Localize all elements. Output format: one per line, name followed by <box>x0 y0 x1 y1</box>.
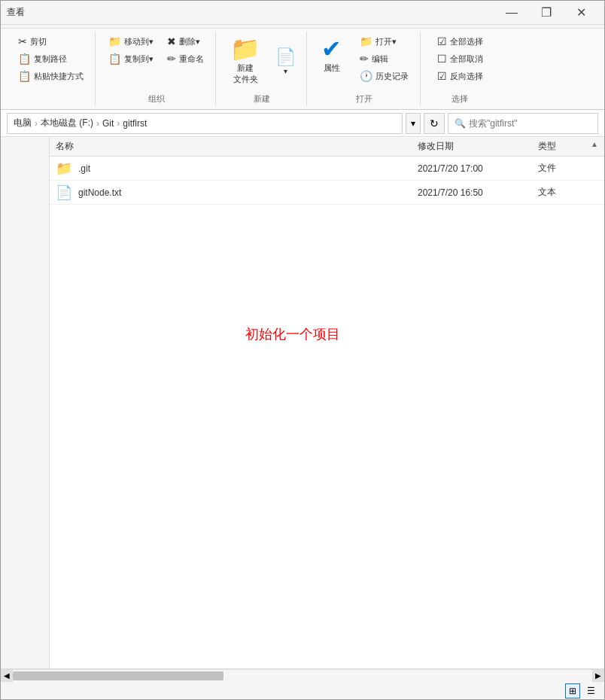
new-folder-icon: 📁 <box>230 37 260 61</box>
rename-button[interactable]: ✏ 重命名 <box>162 50 209 67</box>
sort-arrow-icon: ▲ <box>591 140 598 148</box>
invert-icon: ☑ <box>437 70 447 82</box>
scroll-track[interactable] <box>13 670 592 682</box>
address-bar: 电脑 › 本地磁盘 (F:) › Git › gitfirst ▾ ↻ 🔍 <box>1 110 604 137</box>
history-button[interactable]: 🕐 历史记录 <box>354 68 414 84</box>
copy-to-button[interactable]: 📋 复制到▾ <box>103 50 159 67</box>
new-item-button[interactable]: 📄 ▾ <box>270 44 300 79</box>
select-all-icon: ☑ <box>437 35 447 47</box>
path-sep-2: › <box>96 118 99 129</box>
delete-button[interactable]: ✖ 删除▾ <box>162 33 209 50</box>
status-bar: ⊞ ☰ <box>1 681 604 699</box>
file-area: ▲ 名称 修改日期 类型 📁 .git 2021/7/20 17:00 文件 📄… <box>1 137 604 668</box>
copy-path-button[interactable]: 📋 复制路径 <box>13 50 72 67</box>
refresh-button[interactable]: ↻ <box>424 113 445 134</box>
scroll-left-arrow[interactable]: ◀ <box>1 670 13 682</box>
move-icon: 📁 <box>108 35 121 47</box>
new-item-arrow: ▾ <box>284 67 287 75</box>
file-row[interactable]: 📄 gitNode.txt 2021/7/20 16:50 文本 <box>50 181 604 205</box>
organize-buttons: 📁 移动到▾ 📋 复制到▾ ✖ 删除▾ <box>103 33 209 89</box>
invert-label: 反向选择 <box>450 71 483 82</box>
delete-label: 删除▾ <box>179 36 200 47</box>
col-type-header[interactable]: 类型 <box>538 140 598 153</box>
new-buttons: 📁 新建文件夹 📄 ▾ <box>223 33 300 89</box>
ribbon-group-open: ✔ 属性 📁 打开▾ ✏ 编辑 🕐 <box>309 32 421 106</box>
copy-label: 复制到▾ <box>124 53 154 65</box>
properties-icon: ✔ <box>321 37 342 61</box>
ribbon-group-select: ☑ 全部选择 ☐ 全部取消 ☑ 反向选择 选择 <box>422 32 497 106</box>
file-date: 2021/7/20 16:50 <box>418 187 538 198</box>
window-title: 查看 <box>7 6 25 19</box>
open-label: 打开▾ <box>375 36 397 47</box>
new-group-label: 新建 <box>254 90 270 105</box>
file-name: gitNode.txt <box>78 187 418 198</box>
column-header: ▲ 名称 修改日期 类型 <box>50 137 604 157</box>
open-btn[interactable]: 📁 打开▾ <box>354 33 414 50</box>
file-type: 文本 <box>538 186 598 199</box>
col-name-header[interactable]: 名称 <box>56 140 418 153</box>
edit-button[interactable]: ✏ 编辑 <box>354 50 414 67</box>
file-row[interactable]: 📁 .git 2021/7/20 17:00 文件 <box>50 157 604 181</box>
path-sep-1: › <box>35 118 38 129</box>
ribbon-group-organize: 📁 移动到▾ 📋 复制到▾ ✖ 删除▾ <box>97 32 216 106</box>
history-label: 历史记录 <box>375 71 409 82</box>
organize-group-label: 组织 <box>148 90 165 105</box>
edit-label: 编辑 <box>372 53 388 65</box>
path-dropdown-button[interactable]: ▾ <box>406 113 421 134</box>
select-all-label: 全部选择 <box>450 36 483 47</box>
content-area: 初始化一个项目 <box>50 205 604 668</box>
ribbon-group-clipboard: ✂ 剪切 📋 复制路径 📋 粘贴快捷方式 <box>7 32 96 106</box>
path-gitfirst: gitfirst <box>123 118 147 129</box>
file-type: 文件 <box>538 162 598 175</box>
file-date: 2021/7/20 17:00 <box>418 163 538 174</box>
search-input[interactable] <box>469 118 591 129</box>
organize-col1: 📁 移动到▾ 📋 复制到▾ <box>103 33 159 67</box>
select-buttons: ☑ 全部选择 ☐ 全部取消 ☑ 反向选择 <box>432 33 488 89</box>
rename-label: 重命名 <box>179 53 204 65</box>
horizontal-scrollbar[interactable]: ◀ ▶ <box>1 669 604 681</box>
scroll-thumb[interactable] <box>13 671 223 680</box>
cut-button[interactable]: ✂ 剪切 <box>13 33 52 50</box>
window-controls: — ❐ ✕ <box>494 1 598 25</box>
minimize-button[interactable]: — <box>494 1 529 25</box>
edit-icon: ✏ <box>360 53 369 65</box>
delete-icon: ✖ <box>167 35 176 47</box>
search-box[interactable]: 🔍 <box>448 113 598 134</box>
new-folder-label: 新建文件夹 <box>233 62 258 85</box>
new-item-icon: 📄 <box>275 47 296 67</box>
title-bar: 查看 — ❐ ✕ <box>1 1 604 25</box>
open-col: 📁 打开▾ ✏ 编辑 🕐 历史记录 <box>354 33 414 84</box>
paste-label: 粘贴快捷方式 <box>34 71 84 82</box>
select-none-button[interactable]: ☐ 全部取消 <box>432 50 488 67</box>
close-button[interactable]: ✕ <box>564 1 598 25</box>
properties-label: 属性 <box>324 62 340 74</box>
folder-icon: 📁 <box>56 160 72 177</box>
move-label: 移动到▾ <box>124 36 154 47</box>
path-git: Git <box>102 118 114 129</box>
invert-button[interactable]: ☑ 反向选择 <box>432 68 488 84</box>
properties-button[interactable]: ✔ 属性 <box>315 33 348 78</box>
cut-icon: ✂ <box>18 35 27 47</box>
scroll-right-arrow[interactable]: ▶ <box>592 670 604 682</box>
ribbon-content: ✂ 剪切 📋 复制路径 📋 粘贴快捷方式 <box>1 28 604 109</box>
col-date-header[interactable]: 修改日期 <box>418 140 538 153</box>
file-list-container: ▲ 名称 修改日期 类型 📁 .git 2021/7/20 17:00 文件 📄… <box>50 137 604 668</box>
path-drive: 本地磁盘 (F:) <box>41 117 93 129</box>
select-all-button[interactable]: ☑ 全部选择 <box>432 33 488 50</box>
ribbon: ✂ 剪切 📋 复制路径 📋 粘贴快捷方式 <box>1 25 604 110</box>
restore-button[interactable]: ❐ <box>529 1 564 25</box>
file-name: .git <box>78 163 418 174</box>
open-icon: 📁 <box>360 35 372 47</box>
rename-icon: ✏ <box>167 53 176 65</box>
move-to-button[interactable]: 📁 移动到▾ <box>103 33 159 50</box>
copy-path-label: 复制路径 <box>34 53 67 65</box>
select-none-label: 全部取消 <box>450 53 483 65</box>
paste-shortcut-button[interactable]: 📋 粘贴快捷方式 <box>13 68 89 84</box>
sidebar <box>1 137 50 668</box>
view-list-button[interactable]: ☰ <box>583 683 598 698</box>
clipboard-buttons: ✂ 剪切 📋 复制路径 📋 粘贴快捷方式 <box>13 33 89 100</box>
view-details-button[interactable]: ⊞ <box>565 683 580 698</box>
address-path[interactable]: 电脑 › 本地磁盘 (F:) › Git › gitfirst <box>7 113 403 134</box>
paste-icon: 📋 <box>18 70 31 82</box>
new-folder-button[interactable]: 📁 新建文件夹 <box>223 33 267 89</box>
